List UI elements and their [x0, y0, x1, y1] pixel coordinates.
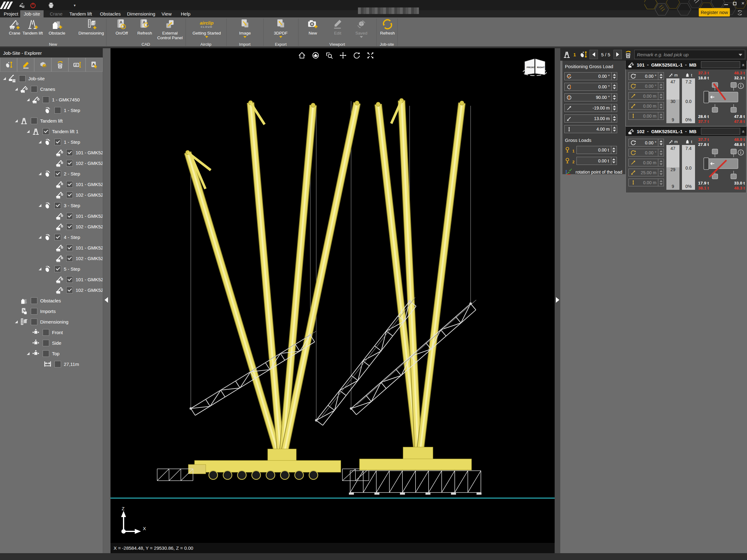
position-y-field[interactable]: 13.00 m — [564, 114, 623, 123]
spinner[interactable] — [658, 72, 664, 80]
tree-item[interactable]: Dimensioning — [0, 316, 103, 327]
menu-tab-dimensioning[interactable]: Dimensioning — [124, 10, 158, 18]
expander-icon[interactable] — [38, 204, 42, 207]
print-icon[interactable] — [48, 2, 54, 9]
tree-item-checkbox[interactable] — [66, 287, 73, 293]
collapse-right-icon[interactable] — [556, 297, 559, 303]
tree-item-checkbox[interactable] — [43, 329, 49, 336]
tree-item[interactable]: 3 - Step — [0, 200, 103, 211]
tree-item[interactable]: 101 - GMK5250XL-1 - — [0, 274, 103, 285]
hook-load-1-field[interactable]: 1 0.00 t — [564, 146, 623, 154]
ribbon-button-dimensioning[interactable]: Dimensioning — [78, 18, 105, 41]
expander-icon[interactable] — [27, 98, 30, 101]
tree-item-checkbox[interactable] — [66, 255, 73, 262]
tree-item-checkbox[interactable] — [54, 234, 61, 240]
tree-item-checkbox[interactable] — [66, 192, 73, 198]
ribbon-button-external-control-panel[interactable]: External Control Panel — [156, 18, 184, 41]
tree-item-checkbox[interactable] — [66, 223, 73, 230]
tree-item[interactable]: Top — [0, 348, 103, 359]
tree-item[interactable]: 102 - GMK5250XL-1 - — [0, 253, 103, 264]
expander-icon[interactable] — [38, 172, 42, 175]
tree-item[interactable]: Cranes — [0, 84, 103, 94]
tree-item[interactable]: 1 - Step — [0, 105, 103, 115]
expander-icon[interactable] — [15, 119, 18, 122]
previous-step-button[interactable] — [590, 50, 598, 59]
expander-icon[interactable] — [38, 141, 42, 143]
tree-item-checkbox[interactable] — [31, 86, 37, 92]
tree-item-checkbox[interactable] — [66, 276, 73, 283]
tree-item[interactable]: 2 - Step — [0, 168, 103, 179]
ribbon-button-getting-started[interactable]: airclip CLOUD Getting Started — [191, 18, 222, 41]
tree-item-checkbox[interactable] — [31, 117, 37, 124]
rotation-z-field[interactable]: 0.00 ° — [564, 72, 623, 80]
edit-button[interactable] — [17, 58, 34, 72]
expander-icon[interactable] — [15, 88, 18, 90]
tree-item[interactable]: Tandem lift 1 — [0, 126, 103, 137]
slew-field[interactable]: 0.00 ° — [628, 139, 664, 146]
tree-item[interactable]: 1 - GMK7450 — [0, 94, 103, 105]
tree-item[interactable]: 102 - GMK5250XL-1 - — [0, 189, 103, 200]
tree-item-checkbox[interactable] — [54, 266, 61, 272]
tree-item[interactable]: 101 - GMK5250XL-1 - — [0, 242, 103, 253]
menu-tab-tandem-lift[interactable]: Tandem lift — [66, 10, 95, 18]
tree-item[interactable]: Job-site — [0, 73, 103, 84]
spinner[interactable] — [612, 125, 617, 133]
export-text-button[interactable] — [85, 58, 103, 72]
hook-load-2-field[interactable]: 2 0.00 t — [564, 157, 623, 165]
tree-item-checkbox[interactable] — [54, 361, 61, 367]
menu-tab-jobsite[interactable]: Job-site — [20, 10, 44, 18]
tree-item[interactable]: Front — [0, 327, 103, 338]
position-x-field[interactable]: -19.00 m — [564, 104, 623, 112]
add-step-icon[interactable] — [579, 50, 588, 59]
tree-item-checkbox[interactable] — [43, 340, 49, 346]
tree-item[interactable]: 102 - GMK5250XL-1 - — [0, 158, 103, 168]
tree-item-checkbox[interactable] — [66, 160, 73, 166]
tree-item-checkbox[interactable] — [31, 319, 37, 325]
rename-button[interactable] — [69, 58, 85, 72]
viewport-3d[interactable]: FRONT RIGHT Z X — [110, 48, 555, 543]
tree-item[interactable]: 101 - GMK5250XL-1 - — [0, 211, 103, 221]
expander-icon[interactable] — [3, 77, 6, 80]
rotation-y-field[interactable]: 0.00 ° — [564, 83, 623, 91]
tree-item-checkbox[interactable] — [66, 213, 73, 219]
tree-item-checkbox[interactable] — [66, 149, 73, 156]
menu-tab-obstacles[interactable]: Obstacles — [97, 10, 124, 18]
menu-tab-help[interactable]: Help — [178, 10, 194, 18]
tree-item[interactable]: Obstacles — [0, 295, 103, 306]
tree-item-checkbox[interactable] — [43, 128, 49, 135]
spinner[interactable] — [612, 93, 617, 101]
tree-item-checkbox[interactable] — [66, 181, 73, 188]
collapse-chevron-icon[interactable]: « — [741, 64, 746, 65]
tree-item[interactable]: 101 - GMK5250XL-1 - — [0, 147, 103, 158]
slew-field[interactable]: 0.00 ° — [628, 72, 664, 80]
crane-note-input[interactable] — [701, 61, 740, 68]
delete-button[interactable] — [51, 58, 69, 72]
spinner[interactable] — [612, 114, 617, 123]
tree-item-checkbox[interactable] — [43, 350, 49, 357]
tree-item[interactable]: 1 - Step — [0, 137, 103, 147]
ribbon-button-jobsite-refresh[interactable]: Refresh — [374, 18, 401, 41]
spinner[interactable] — [612, 83, 617, 91]
right-splitter[interactable] — [555, 48, 560, 553]
next-step-button[interactable] — [614, 50, 622, 59]
steps-reorder-button[interactable] — [0, 58, 17, 72]
menu-tab-project[interactable]: Project — [1, 10, 22, 18]
sync-icon[interactable] — [737, 9, 743, 16]
crane-card-header[interactable]: 102- GMK5250XL-1- MB « — [626, 127, 746, 136]
register-now-button[interactable]: Register now — [699, 8, 730, 17]
tree-item[interactable]: 27,11m — [0, 359, 103, 369]
close-button[interactable]: × — [741, 1, 745, 6]
spinner[interactable] — [658, 139, 664, 146]
delete-step-icon[interactable] — [624, 50, 633, 59]
maximize-button[interactable] — [733, 2, 737, 5]
expander-icon[interactable] — [27, 352, 30, 355]
spinner[interactable] — [612, 72, 617, 80]
customize-caret-icon[interactable]: ▼ — [73, 4, 76, 7]
tree-item[interactable]: Imports — [0, 306, 103, 316]
tree-item[interactable]: 4 - Step — [0, 232, 103, 242]
tree-item[interactable]: Tandem lift — [0, 115, 103, 126]
menu-tab-view[interactable]: View — [158, 10, 175, 18]
spinner[interactable] — [611, 157, 617, 165]
ribbon-button-viewport-new[interactable]: New — [300, 18, 326, 41]
rotation-point-toggle[interactable]: rotation point of the load — [564, 168, 623, 176]
